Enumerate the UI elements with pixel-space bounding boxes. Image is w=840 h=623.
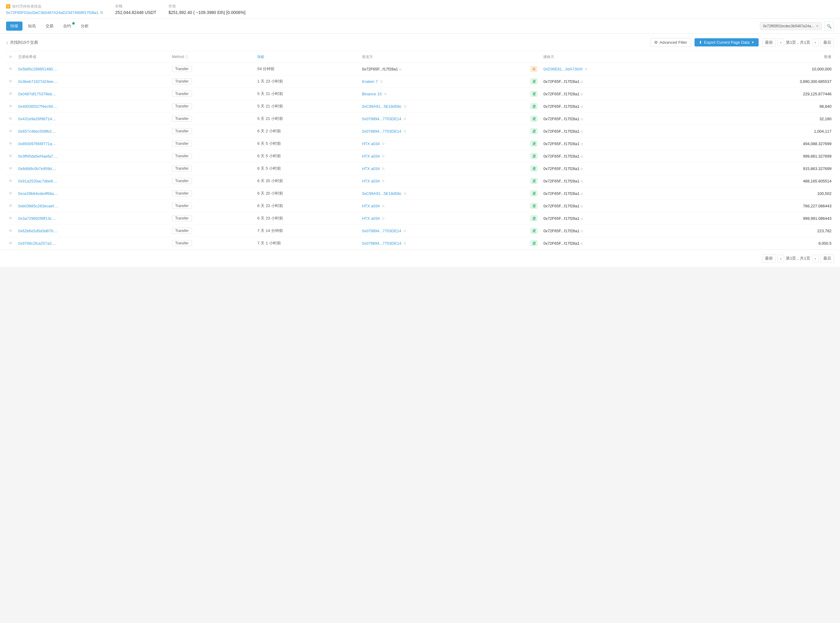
copy-from-icon[interactable]: ⧉ — [380, 80, 382, 83]
address-display[interactable]: 0x72F65F01bcDeC3b5487A24aD23474908f17f28… — [6, 10, 103, 15]
copy-from-icon[interactable]: ⧉ — [382, 167, 384, 170]
tx-hash-link[interactable]: 0x3a729692f8ff13c.... — [18, 216, 56, 221]
copy-to-icon[interactable]: ⧉ — [580, 242, 583, 245]
row-eye-icon[interactable]: 👁 — [9, 91, 13, 96]
copy-to-icon[interactable]: ⧉ — [580, 167, 583, 170]
row-eye-icon[interactable]: 👁 — [9, 79, 13, 84]
cell-method: Transfer — [169, 113, 255, 125]
first-page-button[interactable]: 最前 — [762, 38, 776, 47]
prev-page-button[interactable]: ‹ — [777, 38, 784, 46]
copy-from-icon[interactable]: ⧉ — [382, 216, 384, 220]
row-eye-icon[interactable]: 👁 — [9, 129, 13, 134]
row-eye-icon[interactable]: 👁 — [9, 66, 13, 71]
copy-from-icon[interactable]: ⧉ — [382, 204, 384, 208]
copy-to-icon[interactable]: ⧉ — [580, 105, 583, 108]
advanced-filter-button[interactable]: ⚙ Advanced Filter — [650, 38, 691, 47]
tx-hash-link[interactable]: 0x431e9e26f98714.... — [18, 117, 57, 121]
tab-trade[interactable]: 交易 — [41, 21, 58, 31]
copy-from-icon[interactable]: ⧉ — [382, 154, 384, 158]
search-button[interactable]: 🔍 — [824, 21, 834, 31]
from-address-link[interactable]: HTX a034⧉ — [362, 179, 526, 183]
tab-analysis[interactable]: 分析 — [77, 21, 93, 31]
direction-badge: 进 — [531, 153, 537, 159]
copy-from-icon[interactable]: ⧉ — [404, 241, 406, 245]
from-address-link[interactable]: 0x079894...7703DE14⧉ — [362, 129, 526, 134]
from-address-link[interactable]: HTX a034⧉ — [362, 204, 526, 208]
from-address-link[interactable]: Kraken 7⧉ — [362, 79, 526, 84]
from-address-link[interactable]: HTX a034⧉ — [362, 216, 526, 221]
copy-to-icon[interactable]: ⧉ — [580, 155, 583, 158]
pill-close-icon[interactable]: × — [816, 24, 819, 29]
copy-to-icon[interactable]: ⧉ — [580, 204, 583, 208]
row-eye-icon[interactable]: 👁 — [9, 141, 13, 146]
copy-to-icon[interactable]: ⧉ — [580, 192, 583, 195]
row-eye-icon[interactable]: 👁 — [9, 191, 13, 196]
tx-hash-link[interactable]: 0x3ff45da5ef4aefa7.... — [18, 154, 57, 158]
row-eye-icon[interactable]: 👁 — [9, 241, 13, 246]
copy-to-icon[interactable]: ⧉ — [585, 67, 587, 71]
from-address-link[interactable]: 0xC99A91...5E18d58c⧉ — [362, 191, 526, 196]
cell-method: Transfer — [169, 212, 255, 225]
copy-address-icon[interactable]: ⧉ — [100, 10, 103, 15]
row-eye-icon[interactable]: 👁 — [9, 203, 13, 208]
export-button[interactable]: ⬇ Export Current Page Data ▼ — [694, 38, 758, 46]
from-address-link[interactable]: 0x079894...7703DE14⧉ — [362, 117, 526, 121]
copy-from-icon[interactable]: ⧉ — [404, 192, 406, 195]
tx-hash-link[interactable]: 0x91a2520ac7dbe8.... — [18, 179, 57, 183]
tx-hash-link[interactable]: 0x657c48ec509fb2.... — [18, 129, 56, 134]
next-page-button[interactable]: › — [812, 38, 819, 46]
tx-hash-link[interactable]: 0xce29b64cde4f66a.... — [18, 191, 58, 196]
bottom-first-page-button[interactable]: 最前 — [762, 254, 776, 262]
row-eye-icon[interactable]: 👁 — [9, 116, 13, 121]
copy-to-icon[interactable]: ⧉ — [580, 117, 583, 121]
from-address-link[interactable]: Binance 15⧉ — [362, 92, 526, 96]
last-page-button[interactable]: 最后 — [820, 38, 834, 47]
from-address-link[interactable]: 0x079894...7703DE14⧉ — [362, 229, 526, 233]
copy-to-icon[interactable]: ⧉ — [580, 180, 583, 183]
tx-hash-link[interactable]: 0x5b85c289851480.... — [18, 67, 57, 71]
bottom-next-page-button[interactable]: › — [812, 255, 819, 262]
copy-from-icon[interactable]: ⧉ — [404, 129, 406, 133]
row-eye-icon[interactable]: 👁 — [9, 166, 13, 171]
copy-from-icon[interactable]: ⧉ — [404, 104, 406, 108]
copy-from-icon[interactable]: ⧉ — [404, 229, 406, 233]
copy-from-icon[interactable]: ⧉ — [382, 179, 384, 183]
value-value: $251,992.40 ( ~109.3980 Eth) [0.0006%] — [169, 10, 246, 15]
bottom-prev-page-button[interactable]: ‹ — [777, 255, 784, 262]
tx-hash-link[interactable]: 0x9768c2fca257a2.... — [18, 241, 56, 246]
from-address-link[interactable]: HTX a034⧉ — [362, 154, 526, 158]
copy-from-icon[interactable]: ⧉ — [384, 92, 387, 96]
to-address-link[interactable]: 0xD36E81...3dA730Af⧉ — [543, 67, 587, 71]
from-address-link[interactable]: 0x079894...7703DE14⧉ — [362, 241, 526, 246]
tx-hash-link[interactable]: 0x0487df175378eb.... — [18, 92, 57, 96]
copy-from-icon[interactable]: ⧉ — [382, 142, 384, 146]
from-address-link[interactable]: HTX a034⧉ — [362, 166, 526, 171]
tx-hash-link[interactable]: 0x40036f327f4ec94.... — [18, 104, 57, 109]
tab-transfer[interactable]: 转移 — [6, 21, 23, 31]
row-eye-icon[interactable]: 👁 — [9, 153, 13, 158]
copy-from-icon[interactable]: ⧉ — [399, 68, 401, 71]
from-address-link[interactable]: HTX a034⧉ — [362, 141, 526, 146]
tx-hash-link[interactable]: 0x62b6d1d5d3d870.... — [18, 229, 57, 233]
table-row: 👁 0xce29b64cde4f66a.... Transfer 6 天 20 … — [6, 187, 834, 200]
copy-to-icon[interactable]: ⧉ — [580, 130, 583, 133]
copy-to-icon[interactable]: ⧉ — [580, 142, 583, 146]
tab-info[interactable]: 知讯 — [24, 21, 40, 31]
tab-contract[interactable]: 合约 — [59, 21, 75, 31]
row-eye-icon[interactable]: 👁 — [9, 104, 13, 109]
tx-hash-link[interactable]: 0x3beb71827d24ee.... — [18, 79, 57, 84]
tx-hash-link[interactable]: 0x8dfd9c0b7e959d.... — [18, 166, 56, 171]
copy-from-icon[interactable]: ⧉ — [404, 117, 406, 121]
row-eye-icon[interactable]: 👁 — [9, 228, 13, 233]
tx-hash-link[interactable]: 0x893097668f771a.... — [18, 141, 57, 146]
copy-to-icon[interactable]: ⧉ — [580, 92, 583, 96]
row-eye-icon[interactable]: 👁 — [9, 178, 13, 183]
tx-hash-link[interactable]: 0xb03885c283ecaef.... — [18, 204, 58, 208]
copy-to-icon[interactable]: ⧉ — [580, 229, 583, 233]
copy-to-icon[interactable]: ⧉ — [580, 217, 583, 220]
copy-to-icon[interactable]: ⧉ — [580, 80, 583, 83]
from-address-link[interactable]: 0xC99A91...5E18d58c⧉ — [362, 104, 526, 109]
bottom-last-page-button[interactable]: 最后 — [820, 254, 834, 262]
row-eye-icon[interactable]: 👁 — [9, 216, 13, 221]
cell-watch: 👁 — [6, 175, 16, 187]
